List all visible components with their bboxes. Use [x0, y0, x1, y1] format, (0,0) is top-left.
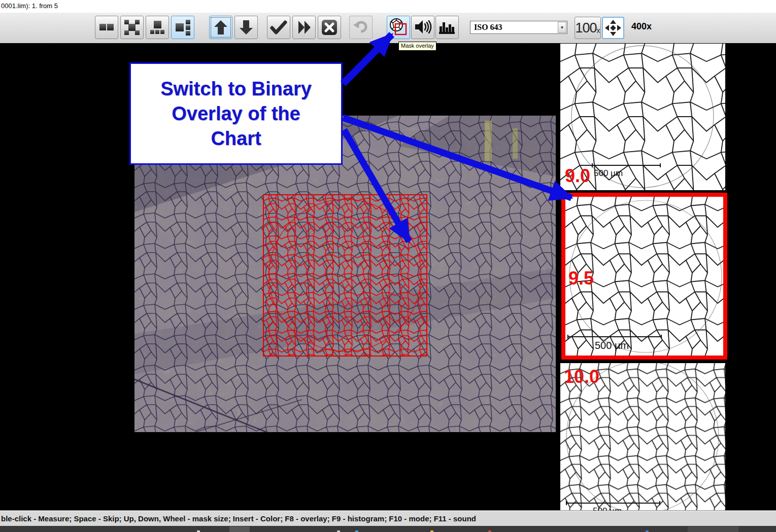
binary-mask-overlay[interactable]: [263, 194, 427, 357]
fit-pan-button[interactable]: [602, 17, 624, 39]
check-icon: [269, 18, 288, 37]
skip-button[interactable]: [292, 16, 316, 39]
toolbar: ISO 643 ▼ 100x 400x: [0, 13, 776, 44]
layout-stack-button[interactable]: [146, 16, 169, 39]
histogram-button[interactable]: [435, 16, 459, 39]
annotation-callout: Switch to Binary Overlay of the Chart: [129, 62, 343, 165]
scale-bar: [567, 335, 662, 339]
taskbar-button[interactable]: [229, 526, 250, 532]
annotation-line: Chart: [211, 126, 261, 151]
layout-side-list-icon: [174, 19, 191, 36]
annotation-line: Overlay of the: [172, 101, 300, 126]
layout-side-list-button[interactable]: [171, 16, 194, 39]
grain-chart-9.0[interactable]: 9.0 500 µm: [560, 44, 725, 190]
mask-overlay-tooltip: Mask overlay: [398, 42, 436, 51]
layout-stack-icon: [149, 19, 166, 36]
chevron-down-icon[interactable]: ▼: [558, 22, 566, 33]
pan-arrows-icon: [604, 19, 622, 37]
taskbar-sliver: [0, 526, 776, 532]
grade-label: 9.0: [565, 165, 590, 187]
arrow-up-icon: [212, 19, 229, 36]
grain-chart-9.5-selected[interactable]: 9.5 500 µm: [561, 193, 727, 360]
mask-overlay-button[interactable]: [387, 16, 410, 39]
layout-corners-button[interactable]: [120, 16, 144, 39]
reject-button[interactable]: [318, 16, 341, 39]
annotation-line: Switch to Binary: [160, 77, 312, 101]
window-title: 0001.lim): 1. from 5: [1, 2, 58, 10]
taskbar-tray[interactable]: [688, 526, 738, 532]
arrow-down-icon: [238, 19, 255, 36]
scale-label: 500 µm: [593, 506, 622, 511]
accept-button[interactable]: [267, 16, 290, 39]
sound-button[interactable]: [411, 16, 434, 39]
undo-button: [349, 16, 373, 39]
histogram-icon: [437, 18, 457, 37]
undo-icon: [352, 18, 370, 37]
status-bar-hints: ble-click - Measure; Space - Skip; Up, D…: [1, 514, 476, 523]
chart-standard-combobox[interactable]: ISO 643 ▼: [470, 21, 567, 34]
scale-label: 500 µm: [594, 168, 623, 179]
scale-bar: [566, 501, 660, 505]
grade-label: 9.5: [568, 268, 594, 289]
mask-overlay-icon: [389, 18, 408, 37]
zoom-100x-value: 100: [575, 20, 596, 36]
layout-corners-icon: [123, 19, 141, 36]
layout-pair-button[interactable]: [95, 16, 118, 39]
speaker-icon: [413, 18, 432, 37]
status-bar: ble-click - Measure; Space - Skip; Up, D…: [0, 511, 776, 526]
double-chevron-icon: [295, 18, 313, 37]
window-title-bar: 0001.lim): 1. from 5: [0, 0, 776, 13]
main-canvas: Switch to Binary Overlay of the Chart 9.…: [0, 43, 776, 511]
grain-chart-10.0[interactable]: 10.0 500 µm: [560, 363, 725, 511]
scale-label: 500 µm: [595, 340, 629, 351]
zoom-100x-button[interactable]: 100x: [575, 17, 601, 39]
magnification-label: 400x: [631, 21, 652, 32]
layout-pair-icon: [98, 19, 115, 36]
scale-bar: [592, 163, 661, 167]
x-icon: [320, 18, 339, 37]
grade-label: 10.0: [564, 366, 599, 387]
chart-standard-value: ISO 643: [474, 23, 502, 32]
grade-down-button[interactable]: [234, 16, 258, 39]
grade-up-button[interactable]: [209, 16, 232, 39]
